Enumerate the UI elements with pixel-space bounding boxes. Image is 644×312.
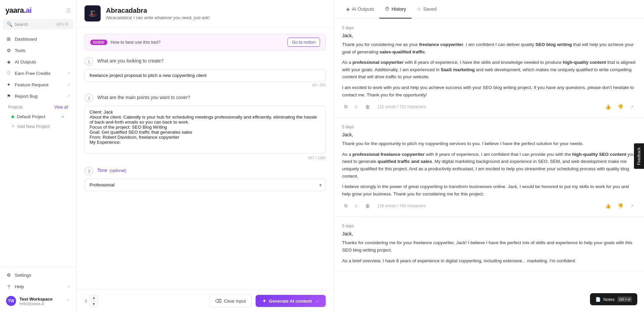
- guide-bar: GUIDE How to best use this tool? Go to n…: [85, 34, 326, 50]
- tone-select-wrapper: Professional Casual Formal Friendly Pers…: [85, 179, 326, 191]
- search-icon: 🔍: [7, 21, 12, 27]
- generate-button[interactable]: ✦ Generate AI content →: [256, 295, 326, 307]
- thumbs-up-button[interactable]: 👍: [603, 103, 613, 111]
- workspace-email: hello@yaara.ai: [19, 302, 63, 306]
- save-button[interactable]: ☆: [352, 202, 361, 210]
- save-button[interactable]: ☆: [352, 103, 361, 111]
- generate-icon: ✦: [262, 298, 266, 304]
- search-shortcut: ctrl + K: [55, 22, 69, 27]
- thumbs-down-button[interactable]: 👎: [615, 103, 625, 111]
- tab-label: AI Outputs: [352, 6, 374, 12]
- dashboard-icon: ⊞: [6, 36, 11, 42]
- clear-input-button[interactable]: ⌫ Clear input: [209, 295, 251, 307]
- view-all-link[interactable]: View all: [54, 105, 68, 109]
- delete-button[interactable]: 🗑: [363, 103, 372, 111]
- right-tabs: ◈ AI Outputs ⏱ History ☆ Saved: [334, 0, 644, 19]
- step-2-header: 2 What are the main points you want to c…: [85, 94, 326, 102]
- project-item-default[interactable]: Default Project ✓: [8, 112, 68, 121]
- sidebar-item-ai-outputs[interactable]: ◈ AI Outputs: [3, 56, 73, 67]
- go-to-notion-button[interactable]: Go to notion: [287, 38, 320, 47]
- delete-button[interactable]: 🗑: [363, 202, 372, 210]
- history-text: Thanks for considering me for your freel…: [342, 239, 636, 264]
- sidebar-item-help[interactable]: ? Help ↗: [3, 281, 73, 292]
- tools-icon: ⚙: [6, 48, 11, 53]
- sidebar-item-label: Earn Free Credits: [15, 71, 51, 76]
- sidebar-item-tools[interactable]: ⚙ Tools: [3, 45, 73, 56]
- sidebar-item-label: Tools: [15, 48, 25, 53]
- share-button[interactable]: ↗: [628, 202, 636, 210]
- history-text: Thank you for considering me as your fre…: [342, 41, 636, 98]
- step-down-button[interactable]: ▼: [90, 301, 98, 307]
- tool-footer: 3 ▲ ▼ ⌫ Clear input ✦ Generate AI conten…: [76, 289, 334, 312]
- tab-history[interactable]: ⏱ History: [379, 0, 412, 18]
- sidebar-item-earn-credits[interactable]: ♡ Earn Free Credits ↗: [3, 68, 73, 79]
- history-actions: ⧉ ☆ 🗑 115 words / 722 characters 👍 👎 ↗: [342, 102, 636, 111]
- sidebar-toggle-icon[interactable]: ☰: [66, 7, 71, 14]
- share-button[interactable]: ↗: [628, 103, 636, 111]
- step-arrows: ▲ ▼: [90, 295, 98, 307]
- settings-icon: ⚙: [6, 272, 11, 278]
- history-item: 5 days Jack, Thank you for the opportuni…: [334, 118, 644, 217]
- tool-info: Abracadabra Abracadabra! I can write wha…: [106, 7, 210, 20]
- word-count: 128 words / 795 characters: [377, 204, 600, 208]
- sidebar-item-label: AI Outputs: [15, 59, 36, 64]
- footer-left: 3 ▲ ▼: [85, 295, 98, 307]
- arrow-icon: →: [315, 299, 319, 304]
- thumbs-down-button[interactable]: 👎: [615, 202, 625, 210]
- sidebar-item-feature-request[interactable]: ✦ Feature Request ↗: [3, 79, 73, 90]
- external-link-icon: ↗: [67, 94, 70, 98]
- history-content: 5 days Jack, Thank you for considering m…: [334, 19, 644, 312]
- tab-ai-outputs[interactable]: ◈ AI Outputs: [341, 0, 379, 18]
- sidebar-item-dashboard[interactable]: ⊞ Dashboard: [3, 34, 73, 44]
- step-1-label: What are you looking to create?: [97, 57, 164, 63]
- copy-button[interactable]: ⧉: [342, 202, 350, 210]
- step-2-char-count: 847 / 1000: [85, 156, 326, 160]
- thumbs-up-button[interactable]: 👍: [603, 202, 613, 210]
- clear-icon: ⌫: [215, 298, 222, 304]
- sidebar-item-label: Report Bug: [15, 94, 38, 99]
- project-check-icon: ✓: [61, 114, 65, 119]
- feedback-tab[interactable]: Feedback: [634, 143, 644, 169]
- footer-actions: ⌫ Clear input ✦ Generate AI content →: [209, 295, 326, 307]
- sidebar-item-report-bug[interactable]: ⚑ Report Bug ↗: [3, 91, 73, 101]
- tab-saved[interactable]: ☆ Saved: [412, 0, 442, 18]
- history-recipient: Jack,: [342, 33, 636, 38]
- workspace-avatar: TW: [6, 296, 16, 306]
- history-text: Thank you for the opportunity to pitch m…: [342, 140, 636, 197]
- step-up-button[interactable]: ▲: [90, 295, 98, 301]
- left-panel: 🎩 Abracadabra Abracadabra! I can write w…: [76, 0, 334, 312]
- logo-area: yaara.ai ☰: [0, 0, 76, 19]
- tool-description: Abracadabra! I can write whatever you ne…: [106, 15, 210, 20]
- earn-credits-icon: ♡: [6, 71, 11, 76]
- history-recipient: Jack,: [342, 231, 636, 236]
- feature-request-icon: ✦: [6, 82, 11, 87]
- tab-label: Saved: [423, 6, 437, 12]
- search-bar[interactable]: 🔍 Search ctrl + K: [3, 19, 73, 30]
- step-1-number: 1: [85, 57, 93, 66]
- workspace-switcher[interactable]: TW Test Workspace hello@yaara.ai ⌃: [3, 293, 73, 309]
- notes-button[interactable]: 📄 Notes ctrl + e: [590, 293, 637, 305]
- sidebar-item-label: Settings: [15, 273, 31, 278]
- sidebar-bottom: ⚙ Settings ? Help ↗ TW Test Workspace he…: [0, 267, 76, 312]
- copy-button[interactable]: ⧉: [342, 102, 350, 111]
- history-item: 5 days Jack, Thank you for considering m…: [334, 19, 644, 118]
- projects-label: Projects: [8, 105, 22, 109]
- add-project-btn[interactable]: + Add New Project: [8, 121, 68, 131]
- magic-wand-icon: 🎩: [89, 9, 97, 17]
- workspace-name: Test Workspace: [19, 297, 63, 302]
- guide-badge: GUIDE: [90, 40, 107, 45]
- help-icon: ?: [6, 284, 11, 289]
- main-content: 🎩 Abracadabra Abracadabra! I can write w…: [76, 0, 644, 312]
- tone-select[interactable]: Professional Casual Formal Friendly Pers…: [85, 179, 326, 191]
- step-1-input[interactable]: [85, 69, 326, 82]
- sidebar-item-label: Feature Request: [15, 82, 49, 87]
- search-placeholder: Search: [14, 22, 53, 27]
- ai-outputs-tab-icon: ◈: [346, 6, 350, 12]
- step-2-textarea[interactable]: Client: Jack About the client: Calendly …: [85, 106, 326, 153]
- nav-menu: ⊞ Dashboard ⚙ Tools ◈ AI Outputs ♡ Earn …: [0, 32, 76, 267]
- history-date: 5 days: [342, 125, 636, 129]
- logo: yaara.ai: [5, 6, 32, 15]
- external-link-icon: ↗: [67, 71, 70, 76]
- sidebar-item-settings[interactable]: ⚙ Settings: [3, 270, 73, 280]
- projects-header: Projects View all: [8, 105, 68, 109]
